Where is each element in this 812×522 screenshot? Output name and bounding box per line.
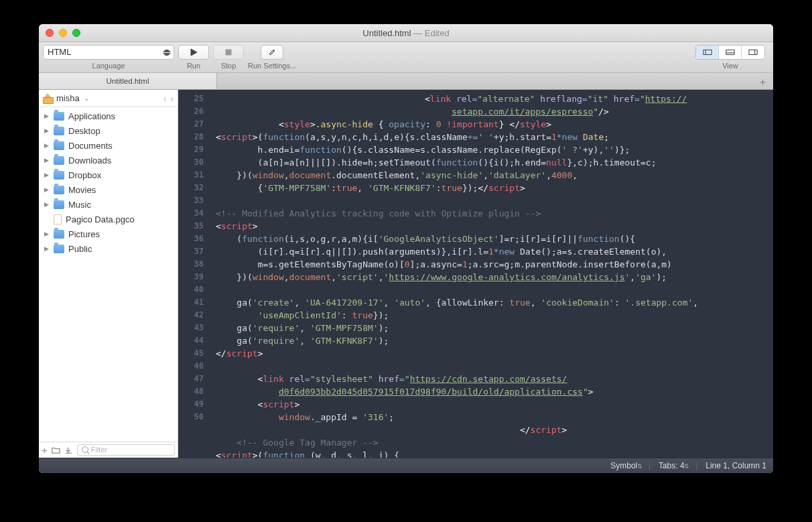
stop-label: Stop: [221, 62, 236, 70]
symbol-picker[interactable]: Symbol: [610, 461, 640, 470]
disclosure-icon: ▶: [43, 231, 50, 237]
run-settings-button[interactable]: [261, 45, 283, 60]
line-number: 26: [178, 105, 210, 118]
line-number: 30: [178, 156, 210, 169]
line-number: 36: [178, 233, 210, 245]
file-name: Pagico Data.pgco: [66, 214, 135, 224]
nav-forward-button[interactable]: ›: [170, 93, 174, 104]
line-number: 40: [178, 283, 210, 296]
view-right-panel-button[interactable]: [742, 46, 764, 59]
file-row[interactable]: ▶Music: [39, 197, 178, 212]
file-name: Desktop: [68, 126, 100, 136]
folder-icon: [54, 127, 64, 135]
line-number: 39: [178, 271, 210, 283]
run-label: Run: [187, 62, 200, 70]
line-number: 42: [178, 309, 210, 322]
svg-rect-3: [726, 50, 734, 55]
folder-icon: [54, 186, 64, 194]
line-number: 43: [178, 322, 210, 334]
tab-bar-rest: ＋: [217, 73, 773, 89]
file-list: ▶Applications▶Desktop▶Documents▶Download…: [39, 107, 178, 442]
line-number: 32: [178, 182, 210, 194]
line-number: 50: [178, 411, 210, 423]
view-left-panel-button[interactable]: [696, 46, 719, 59]
file-row[interactable]: ▶Downloads: [39, 153, 178, 168]
folder-icon: [54, 141, 64, 150]
folder-icon: [54, 171, 64, 180]
app-window: Untitled.html — Edited HTML Language Run…: [39, 24, 773, 473]
line-number: 38: [178, 258, 210, 271]
file-row[interactable]: ▶Pictures: [39, 226, 178, 241]
stop-button[interactable]: [213, 45, 244, 60]
new-tab-button[interactable]: ＋: [758, 76, 768, 88]
run-button[interactable]: [178, 45, 209, 60]
svg-rect-1: [703, 50, 711, 55]
file-icon: [54, 214, 62, 224]
file-name: Dropbox: [68, 170, 101, 180]
new-file-button[interactable]: +: [42, 446, 48, 454]
titlebar: Untitled.html — Edited: [39, 24, 773, 42]
new-folder-icon[interactable]: [52, 446, 60, 454]
tab-untitled[interactable]: Untitled.html: [39, 73, 217, 89]
language-label: Language: [92, 62, 125, 70]
file-row[interactable]: ▶Documents: [39, 138, 178, 153]
file-row[interactable]: ▶Desktop: [39, 123, 178, 138]
tabs-setting[interactable]: Tabs: 4: [659, 461, 687, 470]
file-name: Pictures: [68, 229, 100, 239]
view-label: View: [722, 62, 738, 70]
file-row[interactable]: Pagico Data.pgco: [39, 212, 178, 226]
disclosure-icon: ▶: [43, 127, 50, 134]
cursor-position: Line 1, Column 1: [705, 461, 766, 470]
crumb-label[interactable]: misha: [56, 93, 80, 103]
folder-icon: [54, 112, 64, 121]
file-row[interactable]: ▶Public: [39, 241, 178, 256]
line-number: 45: [178, 347, 210, 360]
action-icon[interactable]: [64, 446, 73, 454]
line-number: 25: [178, 92, 210, 105]
file-row[interactable]: ▶Applications: [39, 109, 178, 123]
folder-icon: [54, 230, 64, 239]
gutter: 2526272829303132333435363738394041424344…: [178, 90, 210, 458]
nav-back-button[interactable]: ‹: [163, 93, 167, 104]
disclosure-icon: ▶: [43, 186, 50, 193]
home-icon: [43, 94, 52, 103]
sidebar: misha ⌄ ‹ › ▶Applications▶Desktop▶Docume…: [39, 90, 178, 458]
line-number: 44: [178, 334, 210, 347]
tab-bar: Untitled.html ＋: [39, 73, 773, 90]
svg-rect-0: [226, 50, 231, 55]
chevron-down-icon[interactable]: ⌄: [84, 94, 89, 102]
line-number: 31: [178, 169, 210, 182]
view-bottom-panel-button[interactable]: [719, 46, 742, 59]
folder-icon: [54, 200, 64, 209]
file-row[interactable]: ▶Movies: [39, 182, 178, 197]
line-number: 37: [178, 245, 210, 258]
filter-input[interactable]: Filter: [77, 444, 175, 456]
view-segmented: [695, 45, 765, 60]
disclosure-icon: ▶: [43, 201, 50, 208]
search-icon: [82, 446, 90, 454]
file-name: Movies: [68, 185, 96, 195]
line-number: 29: [178, 143, 210, 156]
svg-rect-5: [749, 50, 757, 55]
line-number: 27: [178, 118, 210, 131]
disclosure-icon: ▶: [43, 142, 50, 149]
disclosure-icon: ▶: [43, 172, 50, 178]
file-name: Downloads: [68, 155, 111, 166]
line-number: 28: [178, 131, 210, 143]
line-number: 46: [178, 360, 210, 373]
run-settings-label: Run Settings...: [248, 62, 296, 70]
file-name: Public: [68, 244, 92, 254]
file-row[interactable]: ▶Dropbox: [39, 168, 178, 182]
language-select[interactable]: HTML: [43, 45, 174, 60]
folder-icon: [54, 156, 64, 165]
folder-icon: [54, 245, 64, 253]
line-number: 33: [178, 194, 210, 207]
disclosure-icon: ▶: [43, 157, 50, 164]
file-name: Documents: [68, 141, 113, 151]
editor: 2526272829303132333435363738394041424344…: [178, 90, 773, 458]
status-bar: Symbol | Tabs: 4 | Line 1, Column 1: [39, 458, 773, 473]
code-area[interactable]: <link rel="alternate" hreflang="it" href…: [210, 90, 773, 458]
line-number: 34: [178, 207, 210, 220]
line-number: 35: [178, 220, 210, 233]
disclosure-icon: ▶: [43, 113, 50, 119]
